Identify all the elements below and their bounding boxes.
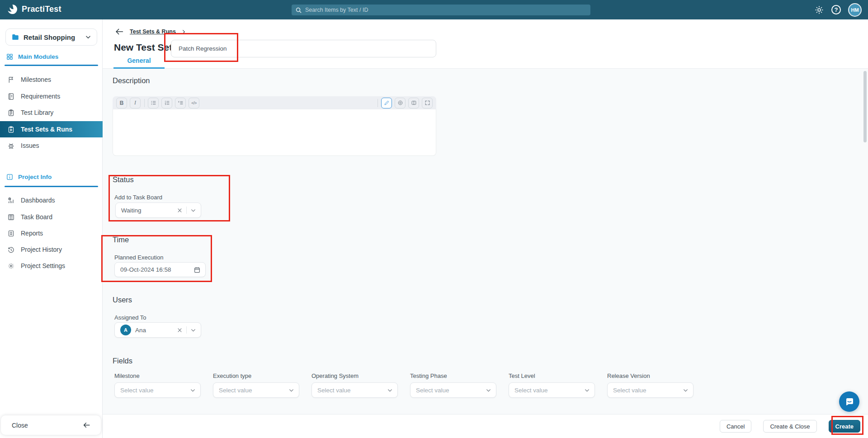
chevron-down-icon[interactable] [486, 387, 491, 393]
sidebar-item-project-settings[interactable]: Project Settings [0, 258, 103, 274]
field-label: Execution type [213, 372, 299, 379]
practitest-app: PractiTest ? HM Retail Shopping [0, 0, 868, 438]
select-placeholder: Select value [120, 387, 190, 394]
chevron-down-icon[interactable] [683, 387, 689, 393]
chat-launcher-button[interactable] [839, 391, 859, 412]
split-columns-button[interactable] [408, 98, 419, 108]
sidebar-item-project-history[interactable]: Project History [0, 241, 103, 258]
sidebar-section-project-info[interactable]: Project Info [6, 173, 52, 181]
field-milestone: Milestone Select value [114, 372, 201, 398]
edit-mode-pencil-button[interactable] [381, 98, 392, 108]
clear-x-icon[interactable] [177, 207, 183, 213]
chevron-down-icon[interactable] [288, 387, 294, 393]
calendar-icon[interactable] [193, 266, 201, 273]
clear-x-icon[interactable] [177, 327, 183, 333]
sidebar-item-requirements[interactable]: Requirements [0, 88, 103, 104]
main-panel: Test Sets & Runs New Test Set - General … [103, 19, 868, 438]
planned-execution-label: Planned Execution [114, 254, 163, 261]
fullscreen-expand-button[interactable] [422, 98, 433, 108]
page-header: Test Sets & Runs New Test Set - General [103, 19, 868, 69]
create-and-close-button[interactable]: Create & Close [763, 420, 816, 433]
notebook-icon [7, 93, 15, 100]
quote-indent-button[interactable] [175, 98, 186, 108]
field-operating-system: Operating System Select value [311, 372, 398, 398]
field-label: Milestone [114, 372, 201, 379]
test-runs-icon [7, 126, 15, 133]
section-divider [5, 65, 98, 66]
sidebar-item-milestones[interactable]: Milestones [0, 71, 103, 88]
back-arrow-icon[interactable] [114, 27, 124, 37]
sidebar-item-label: Issues [21, 142, 39, 149]
grid-icon [6, 53, 14, 61]
search-icon [295, 7, 302, 14]
chevron-down-icon[interactable] [387, 387, 393, 393]
field-execution-type: Execution type Select value [213, 372, 299, 398]
tab-general[interactable]: General [113, 53, 165, 69]
code-button[interactable]: </> [189, 98, 199, 108]
bold-button[interactable]: B [116, 98, 127, 108]
vertical-scrollbar[interactable] [863, 71, 867, 142]
sidebar-item-label: Test Sets & Runs [21, 126, 72, 133]
chevron-down-icon[interactable] [190, 327, 196, 333]
project-selector[interactable]: Retail Shopping [5, 28, 97, 46]
select-divider [186, 207, 187, 214]
operating-system-select[interactable]: Select value [311, 382, 398, 398]
gear-icon[interactable] [814, 5, 824, 15]
arrow-left-icon [82, 421, 91, 429]
sidebar-item-reports[interactable]: Reports [0, 225, 103, 241]
description-editor-area[interactable] [113, 109, 436, 156]
chevron-down-icon[interactable] [190, 387, 196, 393]
task-board-status-select[interactable]: Waiting [115, 203, 201, 218]
test-level-select[interactable]: Select value [509, 382, 595, 398]
field-label: Test Level [509, 372, 595, 379]
status-heading: Status [113, 175, 134, 184]
sidebar-item-label: Test Library [21, 109, 53, 116]
field-label: Operating System [311, 372, 398, 379]
planned-execution-datetime-input[interactable]: 09-Oct-2024 16:58 [114, 262, 206, 277]
testing-phase-select[interactable]: Select value [410, 382, 496, 398]
assigned-to-select[interactable]: A Ana [114, 322, 201, 338]
bullet-list-button[interactable] [148, 98, 159, 108]
preview-icon[interactable] [395, 98, 406, 108]
user-avatar[interactable]: HM [848, 3, 862, 17]
users-heading: Users [113, 296, 132, 304]
section-label: Main Modules [18, 53, 58, 60]
editor-toolbar: B I </> [113, 96, 436, 109]
practitest-logo[interactable]: PractiTest [6, 3, 61, 15]
folder-icon [11, 33, 19, 41]
sidebar-section-main-modules: Main Modules [6, 53, 58, 61]
search-input[interactable] [305, 7, 587, 13]
sidebar-item-test-library[interactable]: Test Library [0, 104, 103, 121]
sidebar-item-dashboards[interactable]: Dashboards [0, 192, 103, 208]
sidebar-item-task-board[interactable]: Task Board [0, 209, 103, 225]
page-title: New Test Set - [114, 42, 178, 53]
section-label: Project Info [18, 174, 52, 180]
test-set-name-input[interactable] [171, 40, 436, 57]
chevron-down-icon[interactable] [190, 207, 196, 213]
create-button[interactable]: Create [829, 420, 860, 433]
sidebar-item-label: Requirements [21, 93, 60, 100]
milestone-select[interactable]: Select value [114, 382, 201, 398]
close-panel-button[interactable]: Close [1, 415, 101, 435]
breadcrumb-link-test-sets[interactable]: Test Sets & Runs [130, 28, 176, 35]
execution-type-select[interactable]: Select value [213, 382, 299, 398]
kanban-icon [7, 213, 15, 221]
field-label: Testing Phase [410, 372, 496, 379]
release-version-select[interactable]: Select value [607, 382, 693, 398]
chevron-down-icon[interactable] [584, 387, 590, 393]
chat-bubble-icon [844, 396, 855, 407]
form-content: Description B I </> [103, 69, 868, 414]
global-search[interactable] [292, 5, 590, 15]
numbered-list-button[interactable] [161, 98, 172, 108]
cancel-button[interactable]: Cancel [720, 420, 751, 433]
select-divider [186, 326, 187, 334]
sidebar-item-issues[interactable]: Issues [0, 137, 103, 154]
select-placeholder: Select value [514, 387, 584, 394]
sidebar-item-test-sets-runs[interactable]: Test Sets & Runs [0, 121, 103, 137]
flag-icon [7, 76, 15, 84]
help-icon[interactable]: ? [831, 5, 841, 14]
assignee-avatar: A [120, 325, 131, 335]
toolbar-divider [377, 99, 378, 107]
italic-button[interactable]: I [130, 98, 141, 108]
select-placeholder: Select value [416, 387, 486, 394]
